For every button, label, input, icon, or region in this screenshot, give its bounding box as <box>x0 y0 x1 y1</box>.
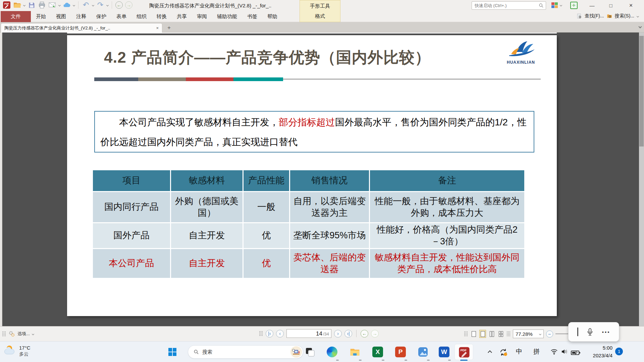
last-page-button[interactable]: ›| <box>344 330 352 338</box>
menu-protect[interactable]: 保护 <box>91 13 111 20</box>
zoom-level-select[interactable]: 77.28% <box>513 329 544 338</box>
close-button[interactable]: × <box>625 1 637 10</box>
email-dropdown[interactable] <box>58 4 61 6</box>
quick-access-toolbar: PDF ↶ ↷ ← <box>3 1 132 9</box>
search-options-dropdown[interactable] <box>637 15 639 17</box>
forward-view-button[interactable]: → <box>125 1 132 9</box>
facing-view-button[interactable] <box>488 330 495 338</box>
table-cell-highlight: 卖芯体、后端的变送器 <box>290 249 369 278</box>
format-tab-label[interactable]: 格式 <box>300 13 340 19</box>
vertical-scrollbar[interactable] <box>639 33 644 326</box>
back-view-button[interactable]: ← <box>115 1 123 9</box>
pdf-page[interactable]: 4.2 产品简介——产品竞争优势（国内外比较） HUAXINLIAN 本公司产品… <box>67 35 557 316</box>
more-options-icon[interactable]: ••• <box>602 329 610 335</box>
quick-launch-search[interactable] <box>472 1 546 10</box>
taskbar-clock[interactable]: 5:00 2023/4/4 <box>584 344 612 359</box>
facing-continuous-view-button[interactable] <box>497 330 504 338</box>
zoom-out-button[interactable]: − <box>546 330 553 338</box>
minimize-button[interactable]: — <box>586 1 598 10</box>
ime-mode-button[interactable]: 拼 <box>533 347 540 356</box>
open-file-button[interactable] <box>13 1 21 9</box>
cloud-dropdown[interactable] <box>73 4 75 6</box>
context-tab-hand-tool[interactable]: 手形工具 格式 <box>300 0 340 22</box>
menu-bookmark[interactable]: 书签 <box>242 13 262 20</box>
single-page-view-button[interactable] <box>470 330 477 338</box>
menu-start[interactable]: 开始 <box>31 13 51 20</box>
volume-icon[interactable] <box>561 349 568 356</box>
quick-launch-input[interactable] <box>472 3 539 8</box>
open-file-dropdown[interactable] <box>23 4 25 6</box>
drag-handle[interactable] <box>464 331 468 337</box>
drag-handle[interactable] <box>506 331 511 337</box>
menu-convert[interactable]: 转换 <box>152 13 172 20</box>
file-explorer-icon[interactable] <box>349 346 361 358</box>
previous-view-button[interactable]: ← <box>361 330 368 338</box>
microphone-icon[interactable] <box>587 328 593 336</box>
menu-share[interactable]: 共享 <box>172 13 192 20</box>
pdf-editor-icon[interactable]: PDF <box>458 346 470 358</box>
undo-button[interactable]: ↶ <box>82 1 90 9</box>
excel-icon[interactable]: X <box>372 346 384 358</box>
sync-status-icon[interactable] <box>499 348 508 358</box>
powerpoint-icon[interactable]: P <box>394 346 407 358</box>
notification-badge[interactable]: 1 <box>615 348 623 355</box>
menu-accessibility[interactable]: 辅助功能 <box>212 13 242 20</box>
voice-typing-pill[interactable]: ••• <box>568 322 619 342</box>
undo-dropdown[interactable] <box>92 4 94 6</box>
edge-browser-icon[interactable] <box>326 346 338 358</box>
options-dropdown[interactable] <box>32 333 34 335</box>
first-page-button[interactable]: |‹ <box>266 330 273 338</box>
advanced-search-button[interactable]: 搜索(S)... <box>615 13 634 19</box>
page-number-input[interactable]: 14 /34 <box>286 329 331 338</box>
weather-temperature: 17°C <box>19 345 31 351</box>
menu-form[interactable]: 表单 <box>111 13 131 20</box>
options-button[interactable]: 选项... <box>17 331 30 337</box>
table-cell: 垄断全球95%市场 <box>290 223 369 248</box>
previous-page-button[interactable]: ‹ <box>276 330 284 338</box>
navigation-panel-edge[interactable] <box>0 33 2 326</box>
current-page: 14 <box>316 330 322 337</box>
new-tab-button[interactable]: + <box>165 24 173 32</box>
drag-handle[interactable] <box>2 331 6 337</box>
menu-help[interactable]: 帮助 <box>262 13 282 20</box>
menu-view[interactable]: 视图 <box>51 13 71 20</box>
redo-dropdown[interactable] <box>106 4 109 6</box>
document-tab-active[interactable]: 陶瓷压力传感器芯体产业化商业计划书_(V2.8) _-_for_.. × <box>1 23 162 33</box>
menu-review[interactable]: 审阅 <box>192 13 212 20</box>
find-button[interactable]: 查找(F)... <box>585 13 604 19</box>
cloud-button[interactable] <box>63 1 71 9</box>
redo-button[interactable]: ↷ <box>96 1 104 9</box>
weather-widget[interactable]: 17°C 多云 <box>4 345 31 357</box>
toolbar-customize-icon[interactable] <box>551 2 558 8</box>
taskbar-search[interactable]: 搜索 <box>188 345 303 359</box>
wifi-icon[interactable] <box>550 349 558 356</box>
menu-organize[interactable]: 组织 <box>131 13 152 20</box>
toolbar-customize-dropdown[interactable] <box>560 4 562 6</box>
fullscreen-icon[interactable]: ✛ <box>570 2 578 9</box>
next-page-button[interactable]: › <box>334 330 342 338</box>
start-button[interactable] <box>168 348 177 356</box>
menu-file[interactable]: 文件 <box>1 11 31 22</box>
menu-comment[interactable]: 注释 <box>71 13 91 20</box>
battery-icon[interactable] <box>571 350 580 357</box>
next-view-button[interactable]: → <box>371 330 379 338</box>
photos-icon[interactable] <box>417 346 429 358</box>
search-highlight-illustration[interactable] <box>290 346 302 358</box>
word-icon[interactable]: W <box>438 346 450 358</box>
tab-close-icon[interactable]: × <box>153 25 162 31</box>
drag-handle[interactable] <box>259 331 263 336</box>
save-button[interactable] <box>28 1 36 9</box>
intro-text-box: 本公司产品实现了敏感材料自主开发，部分指标超过国外最高水平，售价为国外同类产品的… <box>94 111 534 153</box>
pdf-app-tile-active[interactable]: PDF <box>454 344 473 360</box>
task-view-button[interactable] <box>304 346 316 358</box>
hand-tool-label[interactable]: 手形工具 <box>300 3 340 9</box>
email-button[interactable] <box>48 1 56 9</box>
continuous-view-button[interactable] <box>479 330 486 338</box>
toolbar-separator <box>112 1 112 9</box>
toolbar-collapse-icon[interactable] <box>639 25 642 28</box>
scrollbar-thumb[interactable] <box>639 36 644 146</box>
maximize-button[interactable]: □ <box>605 1 616 10</box>
table-cell: 自主开发 <box>171 223 243 248</box>
ime-language-button[interactable]: 中 <box>516 347 522 356</box>
print-button[interactable] <box>38 1 46 9</box>
